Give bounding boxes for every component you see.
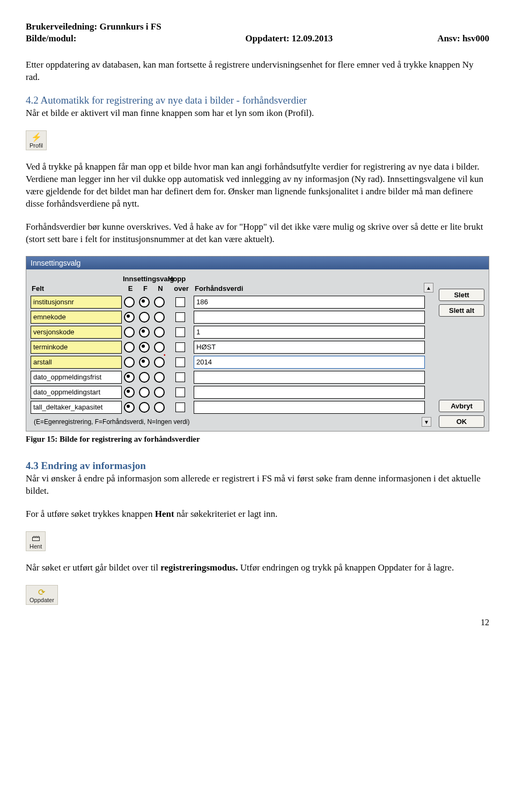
paragraph: For å utføre søket trykkes knappen Hent … xyxy=(26,508,489,521)
radio-n[interactable] xyxy=(154,342,165,353)
table-row: versjonskode1 xyxy=(31,325,435,340)
forhandsverdi-input[interactable] xyxy=(194,311,425,324)
col-header-n: N xyxy=(153,284,168,292)
dialog-side-buttons: Slett Slett alt Avbryt OK xyxy=(439,275,484,428)
radio-n[interactable] xyxy=(154,402,165,413)
radio-e[interactable] xyxy=(124,342,135,353)
innsettingsvalg-dialog: Innsettingsvalg Innsettingsvalg Hopp Fel… xyxy=(26,256,489,431)
table-row: emnekode xyxy=(31,310,435,325)
header-module: Bilde/modul: xyxy=(26,33,76,44)
forhandsverdi-input[interactable]: 186 xyxy=(194,296,425,309)
felt-cell: dato_oppmeldingsfrist xyxy=(31,371,122,384)
radio-e[interactable] xyxy=(124,357,135,368)
paragraph: Når søket er utført går bildet over til … xyxy=(26,562,489,574)
avbryt-button[interactable]: Avbryt xyxy=(439,400,484,412)
fetch-icon: 🗃 xyxy=(31,533,41,543)
dialog-main: Innsettingsvalg Hopp Felt E F N over For… xyxy=(31,275,435,428)
dialog-legend: (E=Egenregistrering, F=Forhåndsverdi, N=… xyxy=(34,418,189,426)
col-header-f: F xyxy=(138,284,153,292)
header-updated: Oppdatert: 12.09.2013 xyxy=(245,33,333,44)
col-header-hopp: Hopp xyxy=(168,275,195,283)
dialog-titlebar: Innsettingsvalg xyxy=(26,257,489,269)
felt-cell: dato_oppmeldingstart xyxy=(31,386,122,399)
radio-f[interactable] xyxy=(139,357,150,368)
slett-button[interactable]: Slett xyxy=(439,289,484,301)
table-row: tall_deltaker_kapasitet xyxy=(31,400,435,415)
forhandsverdi-input[interactable] xyxy=(194,401,425,414)
radio-e[interactable] xyxy=(124,327,135,338)
header-responsible: Ansv: hsv000 xyxy=(437,33,489,44)
radio-n[interactable] xyxy=(154,387,165,398)
felt-cell: terminkode xyxy=(31,341,122,354)
hopp-over-checkbox[interactable] xyxy=(175,357,185,367)
hopp-over-checkbox[interactable] xyxy=(175,372,185,382)
paragraph: Ved å trykke på knappen får man opp et b… xyxy=(26,161,489,210)
radio-n[interactable] xyxy=(154,372,165,383)
felt-cell: emnekode xyxy=(31,311,122,324)
oppdater-label: Oppdater xyxy=(30,597,54,603)
page-number: 12 xyxy=(26,618,489,627)
felt-cell: tall_deltaker_kapasitet xyxy=(31,401,122,414)
hopp-over-checkbox[interactable] xyxy=(175,312,185,322)
paragraph: Etter oppdatering av databasen, kan man … xyxy=(26,59,489,84)
felt-cell: arstall xyxy=(31,356,122,369)
slett-alt-button[interactable]: Slett alt xyxy=(439,304,484,317)
forhandsverdi-input[interactable] xyxy=(194,386,425,399)
col-header-over: over xyxy=(168,285,195,292)
paragraph: Forhåndsverdier bør kunne overskrives. V… xyxy=(26,221,489,246)
radio-n[interactable] xyxy=(154,357,165,368)
refresh-icon: ⟳ xyxy=(36,587,47,597)
col-header-forhandsverdi: Forhåndsverdi xyxy=(195,284,424,292)
radio-n[interactable] xyxy=(154,312,165,323)
forhandsverdi-input[interactable]: 1 xyxy=(194,326,425,339)
table-row: arstall•2014 xyxy=(31,355,435,370)
radio-f[interactable] xyxy=(139,387,150,398)
forhandsverdi-input[interactable]: HØST xyxy=(194,341,425,354)
hent-label: Hent xyxy=(30,543,42,550)
radio-e[interactable] xyxy=(124,297,135,308)
radio-e[interactable] xyxy=(124,402,135,413)
radio-e[interactable] xyxy=(124,372,135,383)
scroll-up-button[interactable]: ▲ xyxy=(424,283,433,292)
table-row: dato_oppmeldingsfrist xyxy=(31,370,435,385)
profil-label: Profil xyxy=(30,142,43,149)
forhandsverdi-input[interactable]: 2014 xyxy=(194,356,425,369)
hopp-over-checkbox[interactable] xyxy=(175,342,185,352)
col-header-e: E xyxy=(123,284,138,292)
hopp-over-checkbox[interactable] xyxy=(175,403,185,412)
hopp-over-checkbox[interactable] xyxy=(175,387,185,397)
radio-f[interactable] xyxy=(139,402,150,413)
lightning-icon: ⚡ xyxy=(31,133,42,142)
table-row: dato_oppmeldingstart xyxy=(31,385,435,400)
table-row: institusjonsnr186 xyxy=(31,295,435,310)
figure-caption: Figur 15: Bilde for registrering av forh… xyxy=(26,435,489,444)
ok-button[interactable]: OK xyxy=(439,415,484,428)
radio-f[interactable] xyxy=(139,342,150,353)
radio-n[interactable] xyxy=(154,297,165,308)
cursor-marker: • xyxy=(164,352,166,358)
radio-f[interactable] xyxy=(139,372,150,383)
section-heading: 4.3 Endring av informasjon xyxy=(26,460,489,472)
radio-n[interactable] xyxy=(154,327,165,338)
radio-f[interactable] xyxy=(139,312,150,323)
document-header: Brukerveiledning: Grunnkurs i FS Bilde/m… xyxy=(26,21,489,44)
radio-e[interactable] xyxy=(124,312,135,323)
oppdater-button[interactable]: ⟳ Oppdater xyxy=(26,585,58,605)
header-title: Brukerveiledning: Grunnkurs i FS xyxy=(26,21,489,32)
section-heading: 4.2 Automatikk for registrering av nye d… xyxy=(26,94,489,106)
radio-f[interactable] xyxy=(139,327,150,338)
paragraph: Når vi ønsker å endre på informasjon som… xyxy=(26,473,489,498)
radio-f[interactable] xyxy=(139,297,150,308)
felt-cell: versjonskode xyxy=(31,326,122,339)
header-meta: Bilde/modul: Oppdatert: 12.09.2013 Ansv:… xyxy=(26,33,489,44)
scroll-down-button[interactable]: ▼ xyxy=(422,417,431,427)
hopp-over-checkbox[interactable] xyxy=(175,297,185,307)
hent-button[interactable]: 🗃 Hent xyxy=(26,531,46,551)
table-row: terminkodeHØST xyxy=(31,340,435,355)
paragraph: Når et bilde er aktivert vil man finne k… xyxy=(26,107,489,120)
radio-e[interactable] xyxy=(124,387,135,398)
profil-button[interactable]: ⚡ Profil xyxy=(26,130,47,150)
forhandsverdi-input[interactable] xyxy=(194,371,425,384)
hopp-over-checkbox[interactable] xyxy=(175,327,185,337)
col-header-innsettingsvalg: Innsettingsvalg xyxy=(123,275,168,283)
